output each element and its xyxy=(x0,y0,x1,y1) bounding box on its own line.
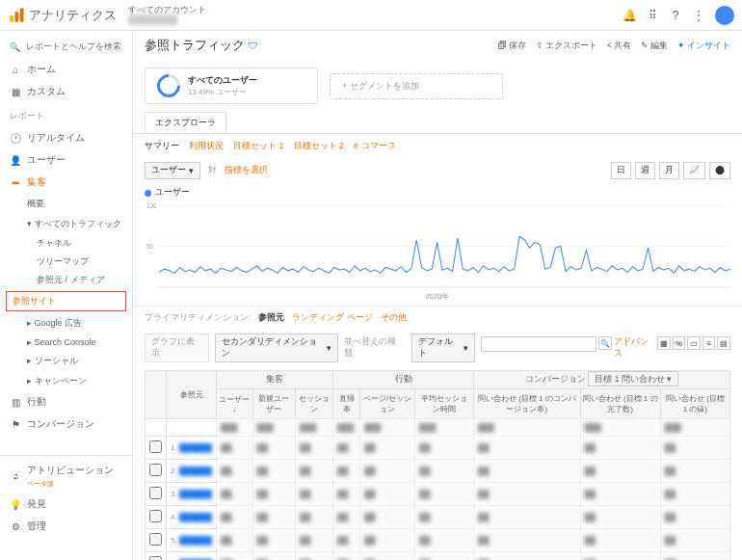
th-checkbox xyxy=(146,371,167,419)
referrer-link[interactable]: ██████ xyxy=(179,490,212,498)
th-referrer[interactable]: 参照元 xyxy=(167,371,217,419)
subtab-summary[interactable]: サマリー xyxy=(145,140,179,152)
row-checkbox[interactable] xyxy=(149,440,162,453)
nav-google-ads[interactable]: ▸ Google 広告 xyxy=(0,313,132,333)
table-row: 1. ████████████████████████ xyxy=(146,437,730,460)
shield-icon: 🛡 xyxy=(249,40,258,51)
subtab-usage[interactable]: 利用状況 xyxy=(189,140,224,152)
view-percent-icon[interactable]: % xyxy=(673,336,686,350)
referrer-link[interactable]: ██████ xyxy=(179,536,212,545)
nav-search-console[interactable]: ▸ Search Console xyxy=(0,333,132,351)
help-icon[interactable]: ? xyxy=(669,9,682,22)
subtab-ecommerce[interactable]: e コマース xyxy=(354,140,396,152)
row-checkbox[interactable] xyxy=(149,487,162,499)
granularity-month[interactable]: 月 xyxy=(659,162,679,179)
user-avatar[interactable] xyxy=(715,6,734,25)
sort-type-dd[interactable]: デフォルト ▾ xyxy=(411,333,475,362)
nav-overview[interactable]: 概要 xyxy=(0,194,132,214)
conv-dd-label: 目標 1 問い合わせ xyxy=(595,374,664,384)
th-new-users[interactable]: 新規ユーザー xyxy=(252,389,295,419)
account-selector[interactable]: すべてのアカウント ████████ xyxy=(128,6,206,25)
th-goal-val[interactable]: 問い合わせ (目標 1 の値) xyxy=(660,389,729,419)
notifications-icon[interactable]: 🔔 xyxy=(623,9,636,22)
add-segment-label: + セグメントを追加 xyxy=(342,80,419,93)
th-bounce[interactable]: 直帰率 xyxy=(333,389,360,419)
view-table-icon[interactable]: ▦ xyxy=(657,336,671,350)
dim-landing[interactable]: ランディング ページ xyxy=(292,312,372,324)
nav-home[interactable]: ⌂ホーム xyxy=(0,59,132,81)
view-comparison-icon[interactable]: ≡ xyxy=(702,336,716,350)
tab-explorer[interactable]: エクスプローラ xyxy=(145,112,226,133)
dim-other[interactable]: その他 xyxy=(381,312,407,324)
nav-acquisition-label: 集客 xyxy=(27,176,46,189)
th-avg-duration[interactable]: 平均セッション時間 xyxy=(415,389,474,419)
legend-dot xyxy=(145,190,151,197)
nav-user[interactable]: 👤ユーザー xyxy=(0,149,132,172)
export-button[interactable]: ⇪ エクスポート xyxy=(536,40,597,52)
compare-metric[interactable]: 指標を選択 xyxy=(225,165,268,176)
nav-custom[interactable]: ▦カスタム xyxy=(0,81,132,103)
chart-type-line[interactable]: 📈 xyxy=(683,162,705,179)
th-conv-label: コンバージョン xyxy=(525,374,586,384)
granularity-day[interactable]: 日 xyxy=(611,162,631,179)
nav-social-label: ソーシャル xyxy=(35,356,78,365)
row-checkbox[interactable] xyxy=(149,556,162,560)
referrer-link[interactable]: ██████ xyxy=(179,443,212,452)
th-goal-comp[interactable]: 問い合わせ (目標 1 の完了数) xyxy=(580,389,660,419)
segment-all-users[interactable]: すべてのユーザー 13.49% ユーザー xyxy=(145,67,318,104)
insights-button[interactable]: ✦ インサイト xyxy=(677,40,730,52)
nav-user-label: ユーザー xyxy=(27,154,66,167)
subtab-goalset1[interactable]: 目標セット 1 xyxy=(233,140,284,152)
nav-referral[interactable]: 参照サイト xyxy=(6,291,126,311)
secondary-dim-dd[interactable]: セカンダリディメンション ▾ xyxy=(215,333,338,362)
view-performance-icon[interactable]: ▭ xyxy=(687,336,701,350)
nav-section-reports: レポート xyxy=(0,103,132,127)
share-button[interactable]: < 共有 xyxy=(607,40,631,52)
granularity-week[interactable]: 週 xyxy=(635,162,655,179)
nav-admin[interactable]: ⚙管理 xyxy=(0,516,132,538)
dim-referrer[interactable]: 参照元 xyxy=(258,312,284,324)
referrer-link[interactable]: ██████ xyxy=(179,513,212,521)
row-checkbox[interactable] xyxy=(149,464,162,476)
nav-conversion[interactable]: ⚑コンバージョン xyxy=(0,413,132,436)
sidebar-search[interactable]: 🔍 レポートとヘルプを検索 xyxy=(0,35,132,59)
share-label: 共有 xyxy=(614,40,631,52)
nav-source-medium[interactable]: 参照元 / メディア xyxy=(0,271,132,289)
plot-rows-btn[interactable]: グラフに表示 xyxy=(145,333,209,362)
nav-realtime[interactable]: 🕐リアルタイム xyxy=(0,127,132,149)
save-button[interactable]: 🗐 保存 xyxy=(498,40,526,52)
th-users[interactable]: ユーザー ↓ xyxy=(217,389,252,419)
table-row: 2. ████████████████████████ xyxy=(146,460,730,483)
nav-social[interactable]: ▸ ソーシャル xyxy=(0,351,132,371)
subtab-goalset2[interactable]: 目標セット 2 xyxy=(294,140,345,152)
beta-badge: ベータ版 xyxy=(27,480,54,487)
nav-channels[interactable]: チャネル xyxy=(0,234,132,253)
nav-attribution[interactable]: ౭アトリビューションベータ版 xyxy=(0,460,132,493)
th-pages-session[interactable]: ページ/セッション xyxy=(360,389,415,419)
view-pivot-icon[interactable]: ▤ xyxy=(717,336,730,350)
referrer-link[interactable]: ██████ xyxy=(179,467,212,475)
nav-all-traffic[interactable]: ▾ すべてのトラフィック xyxy=(0,214,132,234)
apps-icon[interactable]: ⠿ xyxy=(646,9,659,22)
search-button[interactable]: 🔍 xyxy=(598,336,612,350)
feedback-icon[interactable]: ⋮ xyxy=(692,9,705,22)
nav-campaigns[interactable]: ▸ キャンペーン xyxy=(0,371,132,391)
gear-icon: ⚙ xyxy=(10,521,21,532)
metric-dropdown[interactable]: ユーザー ▾ xyxy=(145,162,200,179)
nav-treemap[interactable]: ツリーマップ xyxy=(0,253,132,271)
nav-behavior[interactable]: ▥行動 xyxy=(0,391,132,413)
th-goal-cr[interactable]: 問い合わせ (目標 1 のコンバージョン率) xyxy=(474,389,581,419)
table-search-input[interactable] xyxy=(481,336,596,352)
row-checkbox[interactable] xyxy=(149,510,162,522)
conversion-goal-dd[interactable]: 目標 1 問い合わせ ▾ xyxy=(588,371,678,387)
chart-type-motion[interactable]: ⬤ xyxy=(709,162,730,179)
th-sessions[interactable]: セッション xyxy=(296,389,333,419)
add-segment[interactable]: + セグメントを追加 xyxy=(330,73,503,99)
segment-pct: 13.49% ユーザー xyxy=(188,87,257,97)
edit-button[interactable]: ✎ 編集 xyxy=(641,40,668,52)
row-checkbox[interactable] xyxy=(149,533,162,546)
nav-discover[interactable]: 💡発見 xyxy=(0,493,132,516)
advanced-link[interactable]: アドバンス xyxy=(614,336,655,360)
nav-acquisition[interactable]: ⬅集客 xyxy=(0,172,132,194)
clock-icon: 🕐 xyxy=(10,133,21,144)
